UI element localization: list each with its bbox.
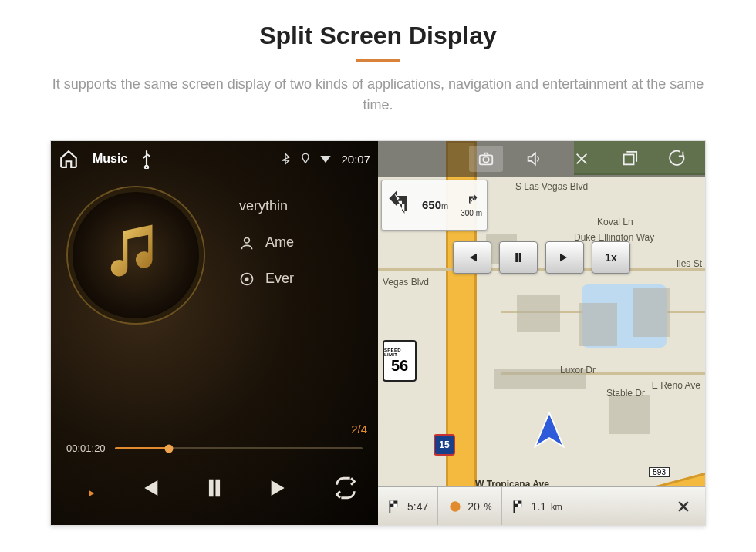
- flag-icon-2: [511, 499, 527, 514]
- svg-point-10: [451, 501, 461, 511]
- page-header: Split Screen Display It supports the sam…: [0, 0, 756, 126]
- speed-limit-label: SPEED LIMIT: [384, 348, 415, 357]
- bluetooth-icon: [279, 153, 292, 165]
- map-media-controls: 1x: [453, 241, 630, 274]
- road-luxor: [501, 372, 705, 375]
- volume-icon[interactable]: [517, 146, 551, 172]
- seek-bar-knob[interactable]: [165, 444, 174, 453]
- turn-right-icon: [464, 193, 478, 207]
- remaining-value: 1.1: [532, 500, 546, 513]
- prev-button[interactable]: [136, 475, 162, 504]
- street-koval: Koval Ln: [597, 217, 633, 227]
- progress-row: 00:01:20: [66, 443, 363, 454]
- close-x-icon: [676, 499, 691, 514]
- flag-icon: [387, 499, 403, 514]
- turn-distance: 650m: [422, 198, 448, 212]
- page-description: It supports the same screen display of t…: [42, 74, 714, 116]
- music-body: verythin Ame Ever: [51, 177, 378, 325]
- turn-dist-value: 650: [422, 198, 441, 211]
- map-prev-button[interactable]: [453, 241, 491, 274]
- progress-icon: [447, 499, 463, 514]
- meta-artist-row: Ame: [239, 234, 378, 251]
- playlist-button[interactable]: [70, 475, 96, 504]
- track-meta: verythin Ame Ever: [239, 198, 378, 287]
- time-elapsed: 00:01:20: [66, 443, 106, 454]
- speed-limit-value: 56: [391, 357, 408, 375]
- page-title: Split Screen Display: [31, 22, 725, 50]
- transport-controls: [51, 460, 378, 519]
- close-nav-button[interactable]: [662, 487, 705, 525]
- progress-value: 20: [467, 500, 480, 513]
- music-pane: Music 20:07 verythin: [51, 141, 378, 525]
- svg-point-0: [245, 237, 250, 243]
- street-luxor: Luxor Dr: [560, 365, 596, 375]
- pause-button[interactable]: [201, 475, 228, 504]
- street-las-vegas: S Las Vegas Blvd: [515, 181, 588, 192]
- remaining-unit: km: [551, 502, 562, 511]
- turn-sub-value: 300: [461, 209, 474, 217]
- svg-rect-5: [624, 155, 634, 165]
- remaining-cell[interactable]: 1.1km: [502, 487, 572, 525]
- turn-instruction: 650m 300 m: [381, 180, 488, 231]
- meta-title-text: verythin: [239, 198, 288, 214]
- repeat-button[interactable]: [332, 475, 359, 504]
- usb-icon[interactable]: [137, 149, 157, 169]
- location-icon: [299, 153, 312, 165]
- turn-sub-unit: m: [476, 209, 482, 217]
- turn-next: 300 m: [461, 193, 482, 217]
- music-note-icon: [103, 220, 169, 290]
- turn-left-icon: [386, 188, 417, 222]
- back-icon[interactable]: [660, 146, 694, 172]
- map-water: [582, 284, 667, 348]
- meta-album-row: Ever: [239, 271, 378, 287]
- meta-title-row: verythin: [239, 198, 378, 214]
- meta-artist-text: Ame: [265, 234, 294, 251]
- exit-number: 593: [649, 467, 670, 477]
- map-next-button[interactable]: [545, 241, 584, 274]
- next-button[interactable]: [267, 475, 293, 504]
- seek-bar-fill: [115, 447, 170, 449]
- eta-value: 5:47: [407, 500, 428, 513]
- music-title: Music: [93, 152, 127, 166]
- track-index: 2/4: [351, 422, 367, 436]
- speed-limit-sign: SPEED LIMIT 56: [383, 340, 417, 382]
- device-screen: Music 20:07 verythin: [50, 140, 706, 526]
- svg-rect-13: [518, 503, 521, 507]
- svg-point-2: [245, 278, 248, 280]
- street-stable: Stable Dr: [606, 388, 645, 399]
- artist-icon: [239, 235, 255, 251]
- clock: 20:07: [341, 153, 370, 166]
- turn-dist-unit: m: [441, 201, 448, 210]
- street-vegas-short: Vegas Blvd: [383, 277, 429, 288]
- recent-apps-icon[interactable]: [613, 146, 646, 172]
- svg-rect-8: [393, 503, 397, 507]
- album-art-circle: [66, 186, 205, 325]
- vehicle-arrow-icon: [532, 412, 566, 453]
- svg-point-4: [483, 157, 488, 162]
- map-speed-button[interactable]: 1x: [592, 241, 630, 274]
- camera-icon[interactable]: [469, 146, 503, 172]
- street-reno: E Reno Ave: [652, 380, 700, 391]
- title-underline: [356, 59, 400, 62]
- eta-cell[interactable]: 5:47: [378, 487, 438, 525]
- wifi-icon: [319, 153, 332, 165]
- highway-shield: 15: [434, 434, 455, 456]
- nav-bottom-bar: 5:47 20% 1.1km: [378, 486, 705, 525]
- seek-bar[interactable]: [115, 447, 363, 449]
- progress-unit: %: [484, 502, 492, 511]
- home-icon[interactable]: [59, 149, 79, 169]
- nav-topbar: [378, 141, 705, 177]
- map-pause-button[interactable]: [499, 241, 538, 274]
- meta-album-text: Ever: [265, 271, 294, 287]
- map-pane[interactable]: S Las Vegas Blvd Koval Ln Duke Ellington…: [378, 141, 705, 525]
- progress-cell[interactable]: 20%: [438, 487, 501, 525]
- street-giles: iles St: [677, 258, 702, 269]
- close-icon[interactable]: [565, 146, 599, 172]
- music-topbar: Music 20:07: [51, 141, 378, 177]
- album-icon: [239, 271, 255, 287]
- status-icons: [279, 153, 332, 165]
